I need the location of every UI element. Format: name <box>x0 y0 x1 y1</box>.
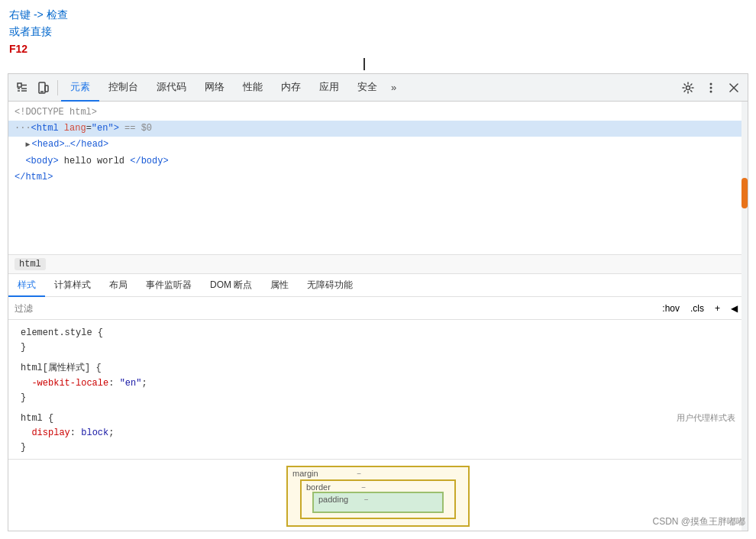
margin-value: – <box>357 469 362 478</box>
breadcrumb-html[interactable]: html <box>15 258 46 270</box>
padding-label: padding <box>318 495 348 504</box>
add-style-button[interactable]: + <box>711 302 724 315</box>
scrollbar-thumb[interactable] <box>741 178 748 208</box>
breadcrumb-bar: html <box>8 254 748 274</box>
instruction-line-3: F12 <box>9 40 747 57</box>
svg-rect-0 <box>18 83 21 87</box>
styles-panel[interactable]: element.style { } html[属性样式] { -webkit-l… <box>8 320 748 531</box>
inspect-element-button[interactable] <box>11 77 33 98</box>
tab-sources[interactable]: 源代码 <box>147 74 195 102</box>
dom-html-line[interactable]: ···<html lang="en"> == $0 <box>8 121 748 137</box>
devtools-panel: 元素 控制台 源代码 网络 性能 内存 应用 安全 » <box>8 73 748 531</box>
device-toolbar-button[interactable] <box>33 77 54 98</box>
svg-point-11 <box>710 86 712 89</box>
dom-doctype-line: <!DOCTYPE html> <box>8 105 748 121</box>
css-source-label: 用户代理样式表 <box>677 412 735 425</box>
svg-point-10 <box>710 82 712 85</box>
more-tabs-button[interactable]: » <box>386 74 401 102</box>
css-rule-element-style: element.style { } <box>8 323 748 358</box>
toolbar-right-icons <box>677 77 745 98</box>
styles-tab-properties[interactable]: 属性 <box>261 274 298 297</box>
css-rule-html-attr: html[属性样式] { -webkit-locale: "en"; } <box>8 358 748 408</box>
styles-filter-bar: :hov .cls + ◀ <box>8 297 748 320</box>
box-model: margin – border – padding – <box>286 466 470 527</box>
styles-tab-computed[interactable]: 计算样式 <box>45 274 100 297</box>
styles-tab-styles[interactable]: 样式 <box>8 274 45 297</box>
css-rule-html-display: html { 用户代理样式表 display: block; } <box>8 408 748 459</box>
box-border: border – padding – <box>300 479 456 519</box>
svg-point-9 <box>687 86 690 89</box>
border-value: – <box>361 483 367 492</box>
styles-tab-event-listeners[interactable]: 事件监听器 <box>137 274 201 297</box>
tab-security[interactable]: 安全 <box>348 74 386 102</box>
tab-console[interactable]: 控制台 <box>99 74 147 102</box>
tab-performance[interactable]: 性能 <box>234 74 272 102</box>
styles-tab-accessibility[interactable]: 无障碍功能 <box>298 274 362 297</box>
more-options-button[interactable] <box>700 77 722 98</box>
instructions-area: 右键 -> 检查 或者直接 F12 <box>0 0 756 66</box>
filter-buttons: :hov .cls + ◀ <box>658 302 741 315</box>
svg-point-12 <box>710 90 712 92</box>
hov-button[interactable]: :hov <box>658 302 683 315</box>
margin-label-row: margin – <box>288 467 468 479</box>
margin-label: margin <box>292 469 318 478</box>
dom-html-close-line: </html> <box>8 169 748 186</box>
tab-network[interactable]: 网络 <box>195 74 234 102</box>
padding-label-row: padding – <box>314 493 373 505</box>
instruction-line-1: 右键 -> 检查 <box>9 6 747 23</box>
close-devtools-button[interactable] <box>723 77 745 98</box>
toggle-sidebar-button[interactable]: ◀ <box>727 302 741 315</box>
box-padding: padding – <box>312 492 444 513</box>
styles-tab-dom-breakpoints[interactable]: DOM 断点 <box>201 274 261 297</box>
svg-rect-7 <box>45 86 48 92</box>
csdn-watermark: CSDN @摸鱼王胖嘟嘟 <box>652 515 745 528</box>
box-model-area: margin – border – padding – <box>8 459 748 531</box>
cls-button[interactable]: .cls <box>687 302 708 315</box>
styles-tabs: 样式 计算样式 布局 事件监听器 DOM 断点 属性 无障碍功能 <box>8 274 748 297</box>
tab-application[interactable]: 应用 <box>310 74 348 102</box>
padding-value: – <box>363 495 369 504</box>
devtools-scrollbar[interactable] <box>741 102 748 531</box>
toolbar-separator-1 <box>57 80 58 95</box>
devtools-toolbar: 元素 控制台 源代码 网络 性能 内存 应用 安全 » <box>8 74 748 102</box>
border-label: border <box>306 483 331 492</box>
styles-filter-input[interactable] <box>15 303 652 314</box>
dom-tree-panel[interactable]: <!DOCTYPE html> ···<html lang="en"> == $… <box>8 102 748 254</box>
dom-body-line[interactable]: <body> hello world </body> <box>8 153 748 169</box>
tab-memory[interactable]: 内存 <box>272 74 310 102</box>
instruction-line-2: 或者直接 <box>9 23 747 40</box>
dom-head-line[interactable]: ▶<head>…</head> <box>8 137 748 153</box>
box-margin: margin – border – padding – <box>286 466 470 527</box>
settings-button[interactable] <box>677 77 699 98</box>
tab-elements[interactable]: 元素 <box>61 74 99 102</box>
styles-tab-layout[interactable]: 布局 <box>100 274 137 297</box>
text-cursor <box>363 58 365 70</box>
